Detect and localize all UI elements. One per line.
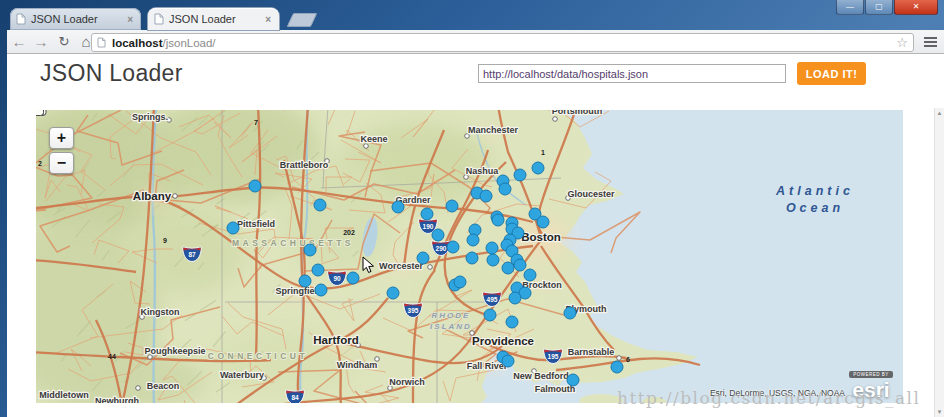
hospital-marker[interactable] — [467, 234, 479, 246]
hospital-marker[interactable] — [502, 355, 514, 367]
close-tab-icon[interactable]: × — [263, 14, 273, 25]
address-bar[interactable]: localhost/jsonLoad/ ☆ — [91, 33, 914, 52]
close-window-button[interactable]: ✕ — [894, 0, 938, 15]
back-icon[interactable]: ← — [9, 30, 29, 53]
page-title: JSON Loader — [40, 60, 183, 87]
route-number: 290 — [436, 245, 447, 252]
hospital-marker[interactable] — [249, 180, 261, 192]
page-scrollbar[interactable]: ▲ ▼ — [934, 108, 944, 417]
maximize-button[interactable]: ▢ — [865, 0, 893, 15]
route-number: 1 — [541, 149, 545, 156]
hospital-marker[interactable] — [532, 162, 544, 174]
route-number: 44 — [108, 353, 116, 360]
route-number: 6 — [626, 356, 630, 363]
city-label-norwich: Norwich — [389, 377, 425, 387]
hospital-marker[interactable] — [514, 169, 526, 181]
bookmark-star-icon[interactable]: ☆ — [896, 35, 908, 50]
minimize-button[interactable]: — — [836, 0, 864, 15]
hospital-marker[interactable] — [432, 229, 444, 241]
mouse-cursor-icon — [362, 256, 376, 274]
city-label-springs-: Springs. — [132, 112, 168, 122]
hospital-marker[interactable] — [466, 252, 478, 264]
route-number: 190 — [423, 223, 434, 230]
url-host: localhost — [112, 37, 162, 49]
tab-strip: JSON Loader × JSON Loader × — [10, 8, 314, 30]
forward-icon[interactable]: → — [31, 30, 51, 53]
hospital-marker[interactable] — [417, 252, 429, 264]
region-label-atlantic: Atlantic — [775, 184, 854, 198]
hospital-marker[interactable] — [524, 269, 536, 281]
hospital-marker[interactable] — [537, 216, 549, 228]
hospital-marker[interactable] — [486, 242, 498, 254]
hospital-marker[interactable] — [447, 241, 459, 253]
zoom-out-button[interactable]: − — [49, 152, 74, 174]
region-label-connecticut: CONNECTICUT — [208, 351, 308, 361]
menu-icon[interactable] — [920, 33, 940, 50]
city-label-albany: Albany — [133, 190, 172, 202]
route-number: 2 — [38, 160, 42, 167]
city-label-portsmouth: Portsmouth — [552, 110, 603, 116]
url-path: /jsonLoad/ — [162, 37, 215, 49]
hospital-marker[interactable] — [509, 292, 521, 304]
hospital-marker[interactable] — [392, 201, 404, 213]
video-watermark: http://blog.csdn.net/arcgis_all — [617, 388, 920, 408]
hospital-marker[interactable] — [499, 183, 511, 195]
zoom-in-button[interactable]: + — [49, 127, 74, 149]
scroll-down-icon[interactable]: ▼ — [935, 409, 944, 415]
hospital-marker[interactable] — [506, 316, 518, 328]
hospital-marker[interactable] — [387, 287, 399, 299]
route-number: 9 — [163, 237, 167, 244]
city-label-middletown: Middletown — [39, 390, 89, 400]
region-label-rhode: RHODE — [432, 311, 471, 320]
json-url-input[interactable] — [478, 64, 786, 83]
city-label-waterbury: Waterbury — [220, 370, 264, 380]
hospital-marker[interactable] — [502, 262, 514, 274]
city-marker — [553, 117, 558, 122]
hospital-marker[interactable] — [347, 272, 359, 284]
city-marker — [364, 144, 369, 149]
city-marker — [428, 265, 433, 270]
hospital-marker[interactable] — [446, 200, 458, 212]
tab-json-loader-2[interactable]: JSON Loader × — [148, 8, 279, 30]
city-label-poughkeepsie: Poughkeepsie — [144, 346, 205, 356]
map-zoom-control: + − — [49, 127, 74, 177]
route-number: 495 — [487, 296, 498, 303]
map-canvas[interactable]: 7292021446879019029039549519584MASSACHUS… — [36, 110, 903, 403]
hospital-marker[interactable] — [314, 199, 326, 211]
hospital-marker[interactable] — [227, 222, 239, 234]
route-number: 7 — [254, 119, 258, 126]
city-label-keene: Keene — [360, 134, 387, 144]
close-tab-icon[interactable]: × — [125, 14, 135, 25]
page-content: JSON Loader LOAD IT! 7292021446879019029… — [7, 54, 944, 417]
new-tab-button[interactable] — [287, 13, 318, 27]
reload-icon[interactable]: ↻ — [54, 30, 74, 53]
scroll-up-icon[interactable]: ▲ — [935, 110, 944, 116]
hospital-marker[interactable] — [611, 361, 623, 373]
city-label-windham: Windham — [337, 360, 377, 370]
city-marker — [173, 194, 178, 199]
route-number: 84 — [291, 394, 299, 401]
hospital-marker[interactable] — [492, 214, 504, 226]
city-label-nashua: Nashua — [466, 166, 500, 176]
basemap: 7292021446879019029039549519584MASSACHUS… — [36, 110, 903, 403]
city-label-gloucester: Gloucester — [567, 189, 615, 199]
page-icon — [97, 37, 106, 48]
hospital-marker[interactable] — [304, 244, 316, 256]
load-button[interactable]: LOAD IT! — [797, 62, 866, 85]
hospital-marker[interactable] — [564, 307, 576, 319]
tab-json-loader-1[interactable]: JSON Loader × — [10, 8, 141, 30]
hospital-marker[interactable] — [484, 309, 496, 321]
hospital-marker[interactable] — [315, 284, 327, 296]
city-label-hartford: Hartford — [313, 334, 358, 346]
hospital-marker[interactable] — [454, 276, 466, 288]
city-label-boston: Boston — [521, 231, 561, 243]
hospital-marker[interactable] — [514, 259, 526, 271]
hospital-marker[interactable] — [487, 254, 499, 266]
hospital-marker[interactable] — [567, 374, 579, 386]
region-label-massachusetts: MASSACHUSETTS — [232, 238, 354, 248]
hospital-marker[interactable] — [299, 275, 311, 287]
page-favicon-icon — [154, 13, 164, 25]
hospital-marker[interactable] — [480, 190, 492, 202]
hospital-marker[interactable] — [421, 208, 433, 220]
hospital-marker[interactable] — [312, 264, 324, 276]
